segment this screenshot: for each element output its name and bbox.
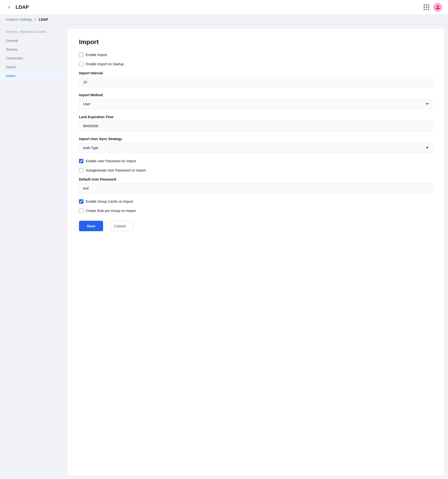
header-right	[424, 3, 442, 12]
header: LDAP	[0, 0, 448, 15]
lock-expiration-time-label: Lock Expiration Time	[79, 115, 432, 119]
enable-import-checkbox[interactable]	[79, 53, 83, 57]
save-button[interactable]: Save	[79, 221, 103, 231]
main-content: Import Enable Import Enable Import on St…	[67, 29, 444, 475]
sidebar-item-servers[interactable]: Servers	[0, 45, 63, 54]
import-method-label: Import Method	[79, 93, 432, 97]
cancel-button[interactable]: Cancel	[106, 221, 134, 231]
import-method-group: Import Method User Group	[79, 93, 432, 109]
breadcrumb: Instance Settings > LDAP	[0, 15, 448, 25]
sidebar-item-export[interactable]: Export	[0, 63, 63, 71]
import-method-select[interactable]: User Group	[79, 99, 432, 109]
default-user-password-label: Default User Password	[79, 177, 432, 181]
autogenerate-user-password-checkbox[interactable]	[79, 168, 83, 172]
default-user-password-group: Default User Password	[79, 177, 432, 193]
import-user-sync-strategy-label: Import User Sync Strategy	[79, 137, 432, 141]
enable-import-on-startup-row: Enable Import on Startup	[79, 62, 432, 66]
import-interval-input[interactable]	[79, 77, 432, 87]
import-interval-label: Import Interval	[79, 71, 432, 75]
create-role-per-group-label[interactable]: Create Role per Group on Import	[86, 209, 136, 213]
enable-user-password-row: Enable User Password on Import	[79, 159, 432, 163]
enable-group-cache-checkbox[interactable]	[79, 199, 83, 204]
breadcrumb-separator: >	[34, 18, 36, 21]
enable-user-password-label[interactable]: Enable User Password on Import	[86, 159, 136, 163]
button-row: Save Cancel	[79, 221, 432, 231]
import-user-sync-strategy-group: Import User Sync Strategy Auth Type Alwa…	[79, 137, 432, 153]
enable-group-cache-row: Enable Group Cache on Import	[79, 199, 432, 204]
lock-expiration-time-input[interactable]	[79, 121, 432, 131]
import-user-sync-strategy-select[interactable]: Auth Type Always Sync	[79, 143, 432, 153]
page-title: LDAP	[16, 4, 29, 10]
section-title: Import	[79, 38, 432, 46]
header-left: LDAP	[6, 4, 29, 11]
sidebar-item-general[interactable]: General	[0, 36, 63, 45]
sidebar-item-import[interactable]: Import	[0, 71, 63, 80]
enable-group-cache-label[interactable]: Enable Group Cache on Import	[86, 200, 133, 203]
enable-import-label[interactable]: Enable Import	[86, 53, 107, 57]
import-interval-group: Import Interval	[79, 71, 432, 87]
create-role-per-group-checkbox[interactable]	[79, 209, 83, 213]
autogenerate-user-password-label[interactable]: Autogenerate User Password on Import	[86, 168, 146, 172]
enable-import-row: Enable Import	[79, 53, 432, 57]
enable-user-password-checkbox[interactable]	[79, 159, 83, 163]
back-button[interactable]	[6, 4, 13, 11]
enable-import-on-startup-checkbox[interactable]	[79, 62, 83, 66]
sidebar-scope-label: VIRTUAL INSTANCE SCOPE	[0, 30, 63, 36]
lock-expiration-time-group: Lock Expiration Time	[79, 115, 432, 131]
autogenerate-user-password-row: Autogenerate User Password on Import	[79, 168, 432, 172]
layout: VIRTUAL INSTANCE SCOPE General Servers C…	[0, 25, 448, 479]
enable-import-on-startup-label[interactable]: Enable Import on Startup	[86, 62, 124, 66]
grid-icon[interactable]	[424, 4, 429, 10]
breadcrumb-current: LDAP	[39, 18, 48, 21]
sidebar: VIRTUAL INSTANCE SCOPE General Servers C…	[0, 25, 63, 479]
breadcrumb-parent[interactable]: Instance Settings	[6, 18, 32, 21]
sidebar-item-connection[interactable]: Connection	[0, 54, 63, 63]
default-user-password-input[interactable]	[79, 183, 432, 193]
create-role-per-group-row: Create Role per Group on Import	[79, 209, 432, 213]
avatar[interactable]	[433, 3, 442, 12]
